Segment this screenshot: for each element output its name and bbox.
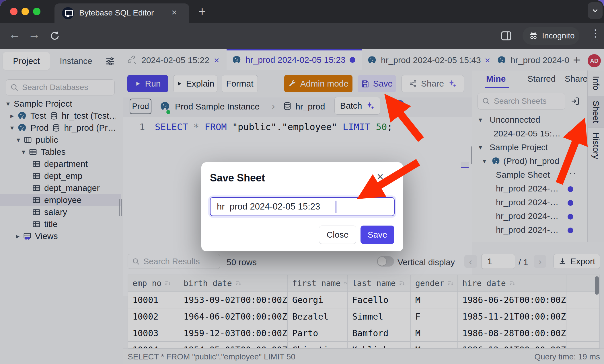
dialog-divider xyxy=(201,189,403,189)
dialog-title: Save Sheet xyxy=(210,172,265,184)
browser-window: Bytebase SQL Editor × + ← → localhost:80… xyxy=(0,0,604,364)
browser-tab-strip: Bytebase SQL Editor × + xyxy=(0,0,604,23)
reload-icon[interactable] xyxy=(49,30,60,41)
back-icon[interactable]: ← xyxy=(9,28,21,41)
dialog-close-button[interactable]: Close xyxy=(319,226,356,244)
incognito-label: Incognito xyxy=(542,31,575,40)
browser-tab[interactable]: Bytebase SQL Editor × xyxy=(54,3,189,23)
traffic-zoom-button[interactable] xyxy=(33,8,40,15)
dialog-close-icon[interactable]: × xyxy=(377,170,383,183)
browser-tab-close-icon[interactable]: × xyxy=(172,7,177,18)
new-tab-button[interactable]: + xyxy=(198,4,206,19)
side-panel-icon[interactable] xyxy=(500,30,512,42)
forward-icon[interactable]: → xyxy=(28,28,40,41)
tab-search-chevron-button[interactable] xyxy=(588,2,603,19)
browser-tab-title: Bytebase SQL Editor xyxy=(79,8,154,17)
bytebase-favicon xyxy=(62,7,74,19)
sheet-name-input[interactable] xyxy=(210,197,395,216)
traffic-minimize-button[interactable] xyxy=(22,8,29,15)
dialog-save-button[interactable]: Save xyxy=(361,226,394,244)
incognito-icon xyxy=(528,31,539,41)
traffic-close-button[interactable] xyxy=(10,8,17,15)
save-sheet-dialog: Save Sheet × Close Save xyxy=(201,162,403,251)
desktop: Bytebase SQL Editor × + ← → localhost:80… xyxy=(0,0,604,364)
browser-menu-kebab-icon[interactable]: ⋮ xyxy=(590,27,601,39)
browser-toolbar: ← → localhost:8080/sql-editor/prod-sampl… xyxy=(0,23,604,49)
incognito-badge: Incognito xyxy=(523,27,579,45)
text-caret xyxy=(336,201,336,213)
